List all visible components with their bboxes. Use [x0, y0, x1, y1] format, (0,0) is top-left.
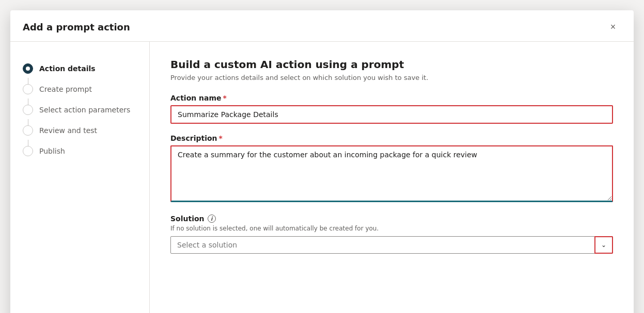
step-circle-review-and-test: [23, 125, 33, 136]
add-prompt-action-dialog: Add a prompt action × Action details Cre…: [10, 10, 634, 313]
step-label-publish: Publish: [39, 147, 65, 155]
step-circle-select-action-parameters: [23, 105, 33, 115]
solution-info-icon[interactable]: i: [208, 215, 216, 223]
step-label-create-prompt: Create prompt: [39, 85, 92, 93]
step-circle-publish: [23, 146, 33, 156]
sidebar-item-create-prompt[interactable]: Create prompt: [21, 79, 139, 100]
section-subtitle: Provide your actions details and select …: [170, 74, 613, 81]
solution-field-group: Solution i If no solution is selected, o…: [170, 215, 613, 254]
close-button[interactable]: ×: [605, 19, 621, 35]
solution-label: Solution: [170, 215, 205, 223]
steps-sidebar: Action details Create prompt Select acti…: [10, 42, 150, 313]
description-label: Description *: [170, 134, 613, 142]
solution-sublabel: If no solution is selected, one will aut…: [170, 225, 613, 232]
action-name-input[interactable]: [170, 105, 613, 124]
step-label-select-action-parameters: Select action parameters: [39, 106, 130, 114]
dialog-body: Action details Create prompt Select acti…: [10, 42, 634, 313]
step-label-review-and-test: Review and test: [39, 126, 97, 135]
description-textarea[interactable]: Create a summary for the customer about …: [170, 145, 613, 202]
solution-select-wrapper: ⌄: [170, 236, 613, 254]
close-icon: ×: [610, 22, 616, 32]
step-circle-action-details: [23, 63, 33, 74]
description-field-group: Description * Create a summary for the c…: [170, 134, 613, 204]
chevron-down-icon: ⌄: [601, 241, 606, 249]
sidebar-item-select-action-parameters[interactable]: Select action parameters: [21, 100, 139, 120]
sidebar-item-action-details[interactable]: Action details: [21, 58, 139, 79]
dialog-title: Add a prompt action: [23, 22, 130, 32]
action-name-required: *: [223, 94, 227, 102]
step-label-action-details: Action details: [39, 64, 96, 73]
action-name-label: Action name *: [170, 94, 613, 102]
solution-dropdown-button[interactable]: ⌄: [594, 236, 613, 254]
sidebar-item-publish[interactable]: Publish: [21, 141, 139, 161]
dialog-header: Add a prompt action ×: [10, 10, 634, 42]
section-title: Build a custom AI action using a prompt: [170, 58, 613, 71]
description-required: *: [219, 134, 223, 142]
step-circle-create-prompt: [23, 84, 33, 94]
solution-label-row: Solution i: [170, 215, 613, 223]
action-name-field-group: Action name *: [170, 94, 613, 124]
sidebar-item-review-and-test[interactable]: Review and test: [21, 120, 139, 141]
main-content: Build a custom AI action using a prompt …: [150, 42, 634, 313]
solution-select-input[interactable]: [170, 236, 613, 254]
